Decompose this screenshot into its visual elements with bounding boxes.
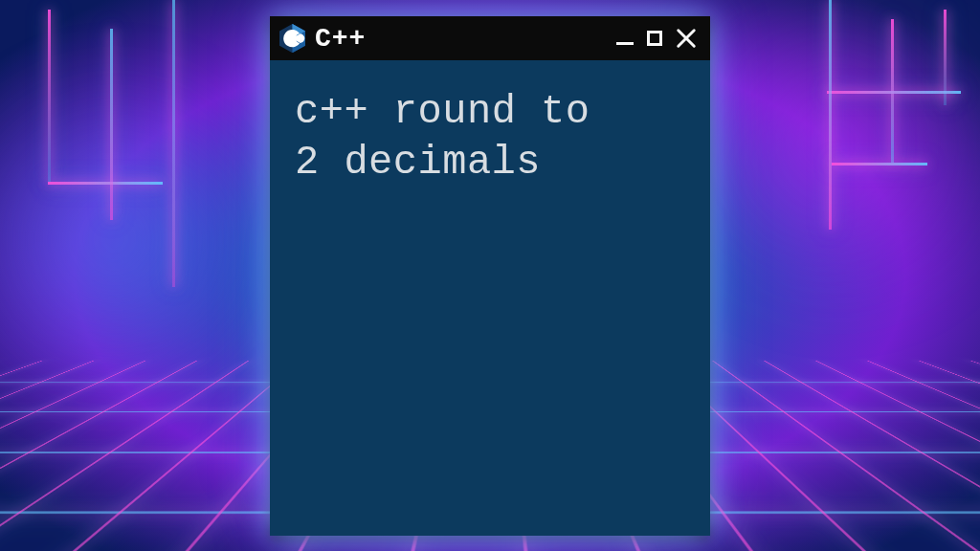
neon-line: [944, 10, 947, 105]
neon-line: [48, 10, 51, 182]
svg-rect-6: [301, 35, 301, 38]
window-title: C++: [315, 24, 607, 54]
minimize-button[interactable]: [616, 32, 634, 45]
minimize-icon: [616, 42, 634, 45]
close-button[interactable]: [676, 28, 697, 49]
neon-line: [110, 29, 113, 220]
neon-line: [48, 182, 163, 185]
svg-rect-4: [297, 35, 298, 38]
window-body: c++ round to 2 decimals: [270, 60, 710, 536]
close-icon: [676, 28, 697, 49]
neon-line: [827, 91, 961, 94]
maximize-icon: [647, 31, 662, 46]
titlebar[interactable]: C++: [270, 16, 710, 60]
maximize-button[interactable]: [647, 31, 662, 46]
body-text: c++ round to 2 decimals: [295, 87, 685, 187]
cpp-logo-icon: [279, 24, 305, 53]
window-controls: [616, 28, 697, 49]
neon-line: [172, 0, 175, 287]
neon-line: [832, 163, 927, 165]
neon-line: [829, 0, 832, 230]
terminal-window: C++ c++ round to 2 decimals: [270, 16, 710, 536]
